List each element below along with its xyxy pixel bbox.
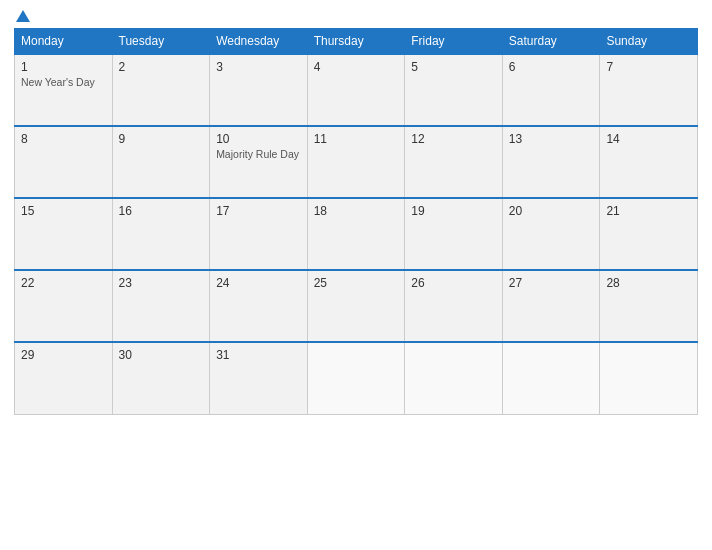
day-number: 4 <box>314 60 399 74</box>
day-number: 19 <box>411 204 496 218</box>
calendar-cell: 30 <box>112 342 210 414</box>
day-number: 21 <box>606 204 691 218</box>
logo-triangle-icon <box>16 10 30 22</box>
day-number: 25 <box>314 276 399 290</box>
day-number: 27 <box>509 276 594 290</box>
day-number: 8 <box>21 132 106 146</box>
calendar-cell: 13 <box>502 126 600 198</box>
calendar-week-row: 293031 <box>15 342 698 414</box>
day-number: 5 <box>411 60 496 74</box>
calendar-week-row: 15161718192021 <box>15 198 698 270</box>
day-number: 30 <box>119 348 204 362</box>
day-number: 11 <box>314 132 399 146</box>
day-number: 1 <box>21 60 106 74</box>
day-number: 24 <box>216 276 301 290</box>
calendar-cell: 5 <box>405 54 503 126</box>
calendar-cell: 11 <box>307 126 405 198</box>
calendar-cell: 18 <box>307 198 405 270</box>
calendar-week-row: 8910Majority Rule Day11121314 <box>15 126 698 198</box>
day-number: 3 <box>216 60 301 74</box>
day-number: 28 <box>606 276 691 290</box>
calendar-cell: 3 <box>210 54 308 126</box>
calendar-cell: 6 <box>502 54 600 126</box>
calendar-cell: 20 <box>502 198 600 270</box>
calendar-cell: 19 <box>405 198 503 270</box>
calendar-week-row: 1New Year's Day234567 <box>15 54 698 126</box>
day-number: 29 <box>21 348 106 362</box>
col-header-thursday: Thursday <box>307 29 405 55</box>
day-number: 16 <box>119 204 204 218</box>
calendar-cell: 31 <box>210 342 308 414</box>
day-number: 6 <box>509 60 594 74</box>
logo <box>14 10 30 22</box>
calendar-cell <box>502 342 600 414</box>
day-event: New Year's Day <box>21 76 106 88</box>
day-number: 26 <box>411 276 496 290</box>
calendar-cell <box>600 342 698 414</box>
calendar-cell: 1New Year's Day <box>15 54 113 126</box>
calendar-cell: 14 <box>600 126 698 198</box>
calendar-cell: 8 <box>15 126 113 198</box>
calendar-header <box>14 10 698 22</box>
calendar-cell <box>405 342 503 414</box>
day-number: 18 <box>314 204 399 218</box>
day-number: 10 <box>216 132 301 146</box>
day-number: 9 <box>119 132 204 146</box>
calendar-cell: 7 <box>600 54 698 126</box>
day-number: 2 <box>119 60 204 74</box>
calendar-cell: 2 <box>112 54 210 126</box>
day-number: 22 <box>21 276 106 290</box>
day-number: 23 <box>119 276 204 290</box>
col-header-saturday: Saturday <box>502 29 600 55</box>
calendar-cell: 16 <box>112 198 210 270</box>
calendar-cell: 4 <box>307 54 405 126</box>
day-number: 13 <box>509 132 594 146</box>
col-header-friday: Friday <box>405 29 503 55</box>
calendar-cell: 24 <box>210 270 308 342</box>
calendar-cell: 9 <box>112 126 210 198</box>
col-header-tuesday: Tuesday <box>112 29 210 55</box>
calendar-cell: 22 <box>15 270 113 342</box>
calendar-cell: 28 <box>600 270 698 342</box>
calendar-cell: 17 <box>210 198 308 270</box>
calendar-cell: 25 <box>307 270 405 342</box>
col-header-wednesday: Wednesday <box>210 29 308 55</box>
col-header-sunday: Sunday <box>600 29 698 55</box>
calendar-cell: 23 <box>112 270 210 342</box>
calendar-table: MondayTuesdayWednesdayThursdayFridaySatu… <box>14 28 698 415</box>
calendar-cell: 12 <box>405 126 503 198</box>
col-header-monday: Monday <box>15 29 113 55</box>
calendar-cell <box>307 342 405 414</box>
calendar-cell: 21 <box>600 198 698 270</box>
day-number: 31 <box>216 348 301 362</box>
day-number: 17 <box>216 204 301 218</box>
calendar-page: MondayTuesdayWednesdayThursdayFridaySatu… <box>0 0 712 550</box>
calendar-cell: 10Majority Rule Day <box>210 126 308 198</box>
day-number: 14 <box>606 132 691 146</box>
day-event: Majority Rule Day <box>216 148 301 160</box>
calendar-cell: 26 <box>405 270 503 342</box>
day-number: 15 <box>21 204 106 218</box>
calendar-cell: 15 <box>15 198 113 270</box>
calendar-week-row: 22232425262728 <box>15 270 698 342</box>
day-number: 20 <box>509 204 594 218</box>
calendar-header-row: MondayTuesdayWednesdayThursdayFridaySatu… <box>15 29 698 55</box>
calendar-cell: 27 <box>502 270 600 342</box>
day-number: 7 <box>606 60 691 74</box>
day-number: 12 <box>411 132 496 146</box>
calendar-cell: 29 <box>15 342 113 414</box>
